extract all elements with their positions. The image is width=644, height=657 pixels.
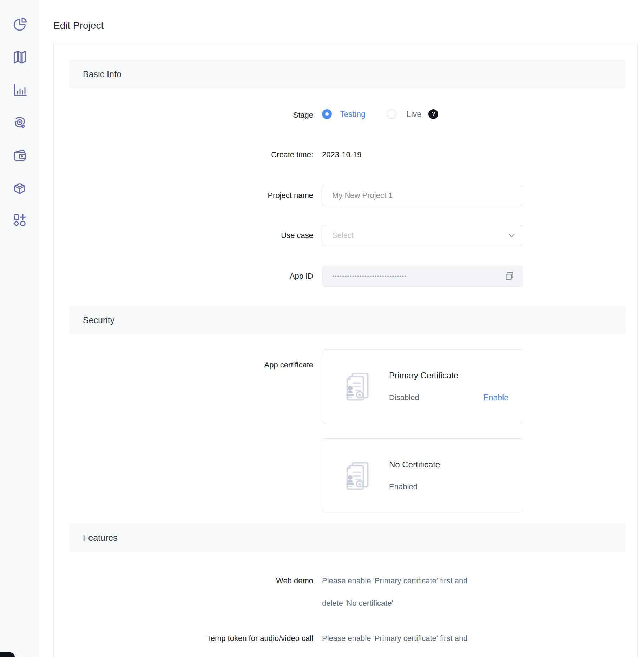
section-title-basic-info: Basic Info <box>83 69 121 79</box>
stage-radio-group: Testing Live ? <box>322 109 438 119</box>
section-header-basic-info: Basic Info <box>69 60 625 88</box>
no-certificate-card: No Certificate Enabled <box>322 438 523 512</box>
app-id-masked-value: •••••••••••••••••••••••••••••• <box>332 273 504 279</box>
stage-label: Stage <box>293 110 314 120</box>
sidebar-item-moderation[interactable] <box>11 114 28 131</box>
box-icon <box>11 179 28 196</box>
stage-radio-testing[interactable] <box>322 109 332 119</box>
swirl-icon <box>11 114 28 131</box>
no-certificate-status: Enabled <box>389 482 418 491</box>
stage-option-live-label[interactable]: Live <box>407 109 421 119</box>
sidebar-rail <box>0 0 39 657</box>
section-header-security: Security <box>69 306 625 334</box>
wallet-icon <box>11 147 28 164</box>
sidebar-item-analytics[interactable] <box>11 81 28 98</box>
section-header-features: Features <box>69 523 625 552</box>
primary-certificate-card: Primary Certificate Disabled Enable <box>322 349 523 423</box>
temp-token-message-line1: Please enable 'Primary certificate' firs… <box>322 633 467 643</box>
use-case-select[interactable] <box>322 225 523 246</box>
stage-option-testing-label[interactable]: Testing <box>340 109 366 119</box>
web-demo-message-line2: delete 'No certificate' <box>322 598 393 608</box>
project-name-input[interactable] <box>322 185 523 206</box>
edit-project-page: { "accent_color": "#4d8cf5", "sidebar_ic… <box>0 0 644 657</box>
primary-certificate-title: Primary Certificate <box>389 371 458 380</box>
app-certificate-label: App certificate <box>264 360 313 370</box>
use-case-label: Use case <box>281 231 313 240</box>
project-name-label: Project name <box>268 191 313 200</box>
web-demo-message-line1: Please enable 'Primary certificate' firs… <box>322 576 467 586</box>
create-time-value: 2023-10-19 <box>322 150 362 160</box>
sidebar-item-billing[interactable] <box>11 147 28 164</box>
bar-chart-icon <box>11 81 28 98</box>
page-title: Edit Project <box>53 20 104 31</box>
corner-sliver <box>0 652 15 657</box>
stage-radio-live[interactable] <box>387 109 396 119</box>
sidebar-item-packages[interactable] <box>11 179 28 196</box>
pie-chart-icon <box>11 16 28 33</box>
no-certificate-title: No Certificate <box>389 460 440 470</box>
temp-token-label: Temp token for audio/video call <box>207 633 313 643</box>
help-icon[interactable]: ? <box>428 109 438 119</box>
sidebar-item-projects[interactable] <box>11 49 28 66</box>
certificate-icon <box>339 369 374 404</box>
copy-button[interactable] <box>504 271 515 281</box>
edit-project-card: Basic Info Stage Testing Live ? Create t… <box>53 42 638 657</box>
app-id-label: App ID <box>290 271 313 281</box>
primary-certificate-status: Disabled <box>389 393 419 402</box>
use-case-select-input[interactable] <box>322 225 523 246</box>
map-icon <box>11 49 28 66</box>
sidebar-item-usage[interactable] <box>11 16 28 33</box>
web-demo-label: Web demo <box>276 576 313 586</box>
sidebar-item-extensions[interactable] <box>11 212 28 229</box>
copy-icon <box>504 271 515 281</box>
certificate-icon <box>339 458 374 493</box>
section-title-security: Security <box>83 315 114 325</box>
section-title-features: Features <box>83 533 118 543</box>
extensions-icon <box>11 212 28 229</box>
create-time-label: Create time: <box>271 150 313 160</box>
enable-link[interactable]: Enable <box>483 393 508 403</box>
app-id-field: •••••••••••••••••••••••••••••• <box>322 266 523 287</box>
